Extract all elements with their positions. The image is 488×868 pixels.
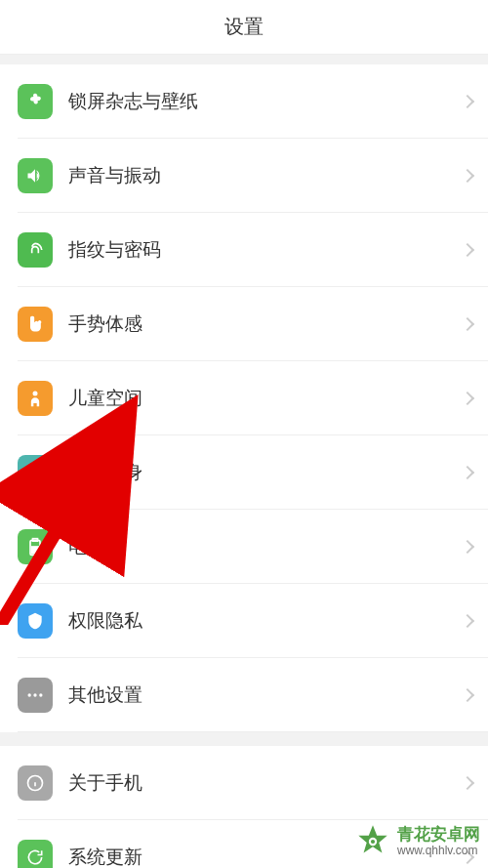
settings-list: 锁屏杂志与壁纸 声音与振动 指纹与密码 手势体感 bbox=[0, 55, 488, 868]
chevron-right-icon bbox=[461, 94, 474, 107]
kids-icon bbox=[18, 381, 53, 416]
chevron-right-icon bbox=[461, 465, 474, 478]
section-gap bbox=[0, 732, 488, 746]
clone-icon bbox=[18, 455, 53, 490]
item-kids-space[interactable]: 儿童空间 bbox=[18, 361, 488, 435]
watermark-url: www.qhhlv.com bbox=[397, 845, 480, 857]
chevron-right-icon bbox=[461, 613, 474, 627]
item-label: 指纹与密码 bbox=[68, 237, 463, 263]
watermark: 青花安卓网 www.qhhlv.com bbox=[352, 821, 480, 862]
item-app-clone[interactable]: 应用分身 bbox=[18, 435, 488, 510]
update-icon bbox=[18, 840, 53, 869]
svg-rect-2 bbox=[32, 469, 42, 478]
item-label: 手势体感 bbox=[68, 311, 463, 337]
info-icon bbox=[18, 765, 53, 801]
settings-screen: 设置 锁屏杂志与壁纸 声音与振动 指纹与密码 bbox=[0, 0, 488, 868]
item-about-phone[interactable]: 关于手机 bbox=[18, 746, 488, 820]
item-label: 电池 bbox=[68, 534, 463, 559]
svg-point-8 bbox=[39, 693, 42, 696]
item-label: 声音与振动 bbox=[68, 163, 463, 188]
battery-icon bbox=[18, 529, 53, 564]
sound-icon bbox=[18, 158, 53, 193]
chevron-right-icon bbox=[461, 316, 474, 330]
item-lock-wallpaper[interactable]: 锁屏杂志与壁纸 bbox=[18, 64, 488, 139]
item-label: 儿童空间 bbox=[68, 386, 463, 411]
item-permission-privacy[interactable]: 权限隐私 bbox=[18, 584, 488, 658]
item-label: 关于手机 bbox=[68, 770, 463, 796]
item-battery[interactable]: 电池 bbox=[18, 510, 488, 584]
page-title: 设置 bbox=[224, 14, 264, 40]
watermark-logo-icon bbox=[352, 821, 393, 862]
item-label: 权限隐私 bbox=[68, 608, 463, 634]
chevron-right-icon bbox=[461, 242, 474, 256]
svg-rect-5 bbox=[32, 547, 39, 554]
fingerprint-icon bbox=[18, 232, 53, 268]
svg-point-0 bbox=[33, 391, 38, 395]
watermark-text: 青花安卓网 www.qhhlv.com bbox=[397, 826, 480, 857]
item-label: 锁屏杂志与壁纸 bbox=[68, 89, 463, 114]
item-label: 其他设置 bbox=[68, 682, 463, 708]
chevron-right-icon bbox=[461, 775, 474, 789]
svg-point-16 bbox=[371, 840, 375, 844]
item-fingerprint-password[interactable]: 指纹与密码 bbox=[18, 213, 488, 287]
svg-point-7 bbox=[33, 693, 36, 696]
item-other-settings[interactable]: 其他设置 bbox=[18, 658, 488, 732]
item-gesture-motion[interactable]: 手势体感 bbox=[18, 287, 488, 361]
svg-point-6 bbox=[28, 693, 31, 696]
item-sound-vibration[interactable]: 声音与振动 bbox=[18, 139, 488, 213]
item-label: 应用分身 bbox=[68, 460, 463, 485]
more-icon bbox=[18, 678, 53, 713]
chevron-right-icon bbox=[461, 168, 474, 182]
section-gap bbox=[0, 55, 488, 64]
header: 设置 bbox=[0, 0, 488, 55]
chevron-right-icon bbox=[461, 391, 474, 404]
privacy-icon bbox=[18, 603, 53, 639]
svg-rect-1 bbox=[28, 466, 38, 475]
gesture-icon bbox=[18, 307, 53, 342]
chevron-right-icon bbox=[461, 539, 474, 553]
chevron-right-icon bbox=[461, 687, 474, 701]
flower-icon bbox=[18, 84, 53, 119]
watermark-title: 青花安卓网 bbox=[397, 826, 480, 845]
